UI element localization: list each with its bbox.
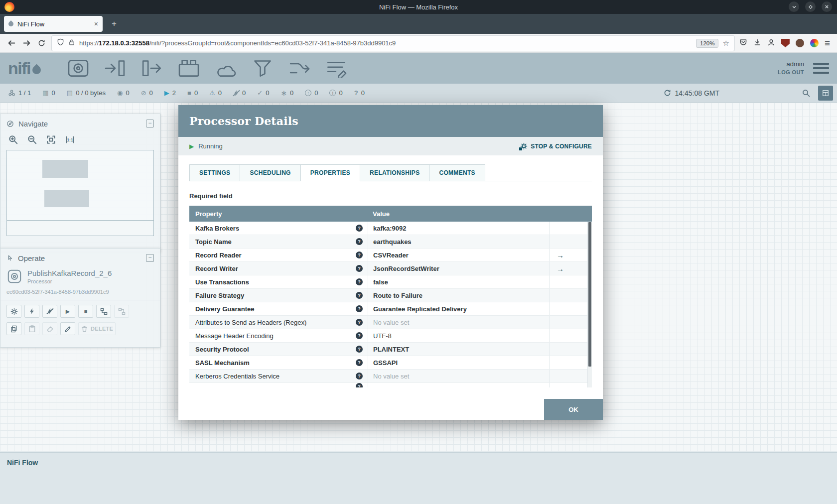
help-icon[interactable]: ? xyxy=(356,238,363,245)
hamburger-menu-icon[interactable]: ≡ xyxy=(825,38,830,49)
browser-tab-nifi-flow[interactable]: NiFi Flow × xyxy=(4,16,103,32)
new-tab-button[interactable]: + xyxy=(108,17,121,30)
change-color-button[interactable] xyxy=(60,322,75,335)
status-count: 0 xyxy=(266,89,269,97)
help-icon[interactable]: ? xyxy=(356,346,363,353)
help-icon[interactable]: ? xyxy=(356,383,363,387)
go-to-service-arrow[interactable]: → xyxy=(557,251,564,259)
url-bar[interactable]: https://172.18.0.3:32558/nifi/?processGr… xyxy=(52,36,734,51)
zoom-in-button[interactable] xyxy=(7,134,18,145)
zoom-out-button[interactable] xyxy=(26,134,37,145)
paste-button[interactable] xyxy=(24,322,39,335)
tab-relationships[interactable]: RELATIONSHIPS xyxy=(360,164,429,181)
birdseye-minimap[interactable] xyxy=(6,150,154,221)
zoom-actual-size-button[interactable]: 1:1 xyxy=(64,134,75,145)
pocket-icon[interactable] xyxy=(739,38,747,48)
birdseye-panel-button[interactable] xyxy=(818,86,833,101)
help-icon[interactable]: ? xyxy=(356,225,363,232)
tab-settings[interactable]: SETTINGS xyxy=(189,164,240,181)
reload-button[interactable] xyxy=(34,36,49,50)
window-close-button[interactable] xyxy=(822,1,832,12)
upload-template-button[interactable] xyxy=(96,305,111,318)
padlock-icon[interactable] xyxy=(68,39,75,48)
ublock-extension-icon[interactable] xyxy=(781,39,790,47)
ok-button[interactable]: OK xyxy=(544,399,603,420)
stop-and-configure-button[interactable]: STOP & CONFIGURE xyxy=(520,142,592,150)
label-icon[interactable] xyxy=(325,59,348,78)
start-button[interactable]: ▶ xyxy=(60,305,75,318)
tab-properties[interactable]: PROPERTIES xyxy=(300,164,360,181)
global-menu-icon[interactable] xyxy=(813,63,829,74)
help-icon[interactable]: ? xyxy=(356,332,363,339)
help-icon[interactable]: ? xyxy=(356,373,363,379)
funnel-icon[interactable] xyxy=(251,59,274,78)
copy-button[interactable] xyxy=(6,322,21,335)
url-text: https://172.18.0.3:32558/nifi/?processGr… xyxy=(79,39,692,47)
minimap-component xyxy=(44,190,89,207)
navigate-panel-title: Navigate xyxy=(18,120,48,128)
dialog-body: SETTINGSSCHEDULINGPROPERTIESRELATIONSHIP… xyxy=(178,155,603,399)
tab-comments[interactable]: COMMENTS xyxy=(429,164,485,181)
refresh-time: 14:45:08 GMT xyxy=(675,89,720,97)
forward-button[interactable] xyxy=(19,36,34,50)
property-link-cell xyxy=(549,235,592,248)
up-to-date-status: ✓0 xyxy=(257,89,269,97)
tab-close-icon[interactable]: × xyxy=(94,20,98,28)
fill-color-button[interactable] xyxy=(42,322,57,335)
help-icon[interactable]: ? xyxy=(356,359,363,366)
property-name: Kerberos Credentials Service xyxy=(195,373,279,380)
help-icon[interactable]: ? xyxy=(356,305,363,312)
go-to-service-arrow[interactable]: → xyxy=(557,264,564,273)
tab-scheduling[interactable]: SCHEDULING xyxy=(240,164,300,181)
refresh-icon[interactable] xyxy=(664,89,671,97)
locally-modified-stale-status: !0 xyxy=(329,89,342,97)
create-template-button[interactable] xyxy=(114,305,129,318)
property-row: Delivery Guarantee?Guarantee Replicated … xyxy=(189,302,592,316)
collapse-operate-button[interactable]: − xyxy=(146,254,154,262)
enable-button[interactable] xyxy=(24,305,39,318)
extension-icon[interactable] xyxy=(796,39,804,47)
processor-icon[interactable] xyxy=(67,59,90,78)
downloads-icon[interactable] xyxy=(753,38,761,48)
back-button[interactable] xyxy=(4,36,19,50)
zoom-fit-button[interactable] xyxy=(45,134,56,145)
process-group-icon[interactable] xyxy=(177,59,200,78)
help-icon[interactable]: ? xyxy=(356,319,363,326)
minimap-viewport[interactable] xyxy=(6,221,154,236)
zoom-level-badge[interactable]: 120% xyxy=(696,39,718,48)
logout-link[interactable]: LOG OUT xyxy=(778,69,804,76)
property-name-cell: Message Header Encoding? xyxy=(189,329,368,342)
help-icon[interactable]: ? xyxy=(356,252,363,258)
property-value: GSSAPI xyxy=(373,359,398,367)
account-icon[interactable] xyxy=(767,38,775,48)
window-title: NiFi Flow — Mozilla Firefox xyxy=(0,3,837,11)
required-field-note: Required field xyxy=(189,192,592,200)
help-icon[interactable]: ? xyxy=(356,292,363,299)
collapse-navigate-button[interactable]: − xyxy=(146,120,154,127)
tracking-protection-shield-icon[interactable] xyxy=(57,38,64,48)
help-icon[interactable]: ? xyxy=(356,265,363,272)
stop-button[interactable]: ■ xyxy=(78,305,93,318)
stop-configure-label: STOP & CONFIGURE xyxy=(531,143,592,150)
pinwheel-extension-icon[interactable] xyxy=(810,39,819,47)
status-count: 0 / 0 bytes xyxy=(76,89,106,97)
property-name: Kerberos Service Name xyxy=(195,383,264,387)
bookmark-star-icon[interactable]: ☆ xyxy=(722,39,729,48)
scrollbar-thumb[interactable] xyxy=(588,222,591,367)
remote-process-group-icon[interactable] xyxy=(214,59,237,78)
nifi-logo-text: nifi xyxy=(8,59,30,78)
operate-buttons-row2: DELETE xyxy=(6,322,154,335)
settings-gear-button[interactable] xyxy=(6,305,21,318)
property-value-cell: UTF-8 xyxy=(368,329,549,342)
delete-button[interactable]: DELETE xyxy=(78,322,116,335)
help-icon[interactable]: ? xyxy=(356,278,363,285)
disable-button[interactable] xyxy=(42,305,57,318)
window-maximize-button[interactable] xyxy=(805,1,816,12)
input-port-icon[interactable] xyxy=(104,59,127,78)
search-icon[interactable] xyxy=(802,89,810,97)
table-scrollbar[interactable] xyxy=(587,222,592,387)
template-icon[interactable] xyxy=(288,59,311,78)
output-port-icon[interactable] xyxy=(140,59,163,78)
breadcrumb-nifi-flow[interactable]: NiFi Flow xyxy=(7,459,38,467)
window-minimize-button[interactable] xyxy=(789,1,799,12)
